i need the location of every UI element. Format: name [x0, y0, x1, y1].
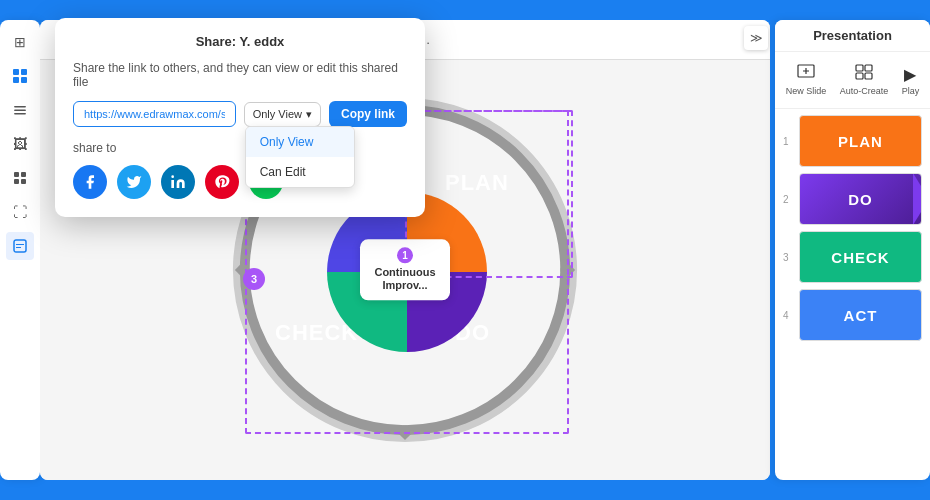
svg-rect-4 [14, 106, 26, 108]
modal-view-dropdown[interactable]: Only View ▾ Only View Can Edit [244, 102, 321, 127]
slide-thumb-label-3: CHECK [831, 249, 889, 266]
new-slide-button[interactable]: New Slide [780, 60, 833, 100]
slide-thumb-2[interactable]: DO [799, 173, 922, 225]
svg-marker-15 [565, 260, 575, 280]
slide-thumb-3[interactable]: CHECK [799, 231, 922, 283]
right-panel-header: Presentation [775, 20, 930, 52]
play-label: Play [902, 86, 920, 96]
slide-thumb-label-1: PLAN [838, 133, 883, 150]
slide-thumb-label-4: ACT [844, 307, 878, 324]
check-label: CHECK [275, 320, 358, 346]
slide-num-3: 3 [783, 252, 793, 263]
slide-item-1[interactable]: 1 PLAN [783, 115, 922, 167]
linkedin-share-button[interactable] [161, 165, 195, 199]
dropdown-chevron-icon: ▾ [306, 108, 312, 121]
center-label: 1 Continuous Improv... [360, 239, 450, 300]
right-panel: Presentation New Slide Auto-Create ▶ Pla… [775, 20, 930, 480]
presentation-toolbar: New Slide Auto-Create ▶ Play [775, 52, 930, 109]
slide-thumb-4[interactable]: ACT [799, 289, 922, 341]
auto-create-label: Auto-Create [840, 86, 889, 96]
dropdown-menu: Only View Can Edit [245, 126, 355, 188]
dropdown-only-view[interactable]: Only View [246, 127, 354, 157]
svg-rect-0 [13, 69, 19, 75]
sidebar-icon-4[interactable]: 🖼 [6, 130, 34, 158]
play-button[interactable]: ▶ Play [896, 61, 926, 100]
left-sidebar: ⊞ 🖼 ⛶ [0, 20, 40, 480]
svg-rect-8 [21, 172, 26, 177]
new-slide-label: New Slide [786, 86, 827, 96]
slide-thumb-1[interactable]: PLAN [799, 115, 922, 167]
slide-num-2: 2 [783, 194, 793, 205]
svg-rect-13 [16, 247, 21, 248]
play-icon: ▶ [904, 65, 916, 84]
sidebar-icon-5[interactable] [6, 164, 34, 192]
new-slide-icon [797, 64, 815, 84]
svg-rect-11 [14, 240, 26, 252]
svg-point-26 [171, 175, 174, 178]
svg-rect-2 [13, 77, 19, 83]
slide-item-4[interactable]: 4 ACT [783, 289, 922, 341]
svg-rect-10 [21, 179, 26, 184]
svg-rect-25 [865, 73, 872, 79]
copy-link-button[interactable]: Copy link [329, 101, 407, 127]
slide-num-4: 4 [783, 310, 793, 321]
svg-rect-24 [856, 73, 863, 79]
share-to-label: share to [73, 141, 407, 155]
plan-label: PLAN [445, 170, 509, 196]
svg-rect-7 [14, 172, 19, 177]
modal-link-input[interactable] [73, 101, 236, 127]
expand-panel-icon[interactable]: ≫ [744, 26, 768, 50]
sidebar-icon-7[interactable] [6, 232, 34, 260]
presentation-title: Presentation [787, 28, 918, 43]
sidebar-icon-3[interactable] [6, 96, 34, 124]
slide-thumb-label-2: DO [848, 191, 873, 208]
center-badge: 1 [397, 247, 413, 263]
dropdown-can-edit[interactable]: Can Edit [246, 157, 354, 187]
auto-create-icon [855, 64, 873, 84]
svg-rect-22 [856, 65, 863, 71]
slide-list: 1 PLAN 2 DO 3 CHECK 4 ACT [775, 109, 930, 347]
center-text: Continuous Improv... [372, 266, 438, 292]
social-buttons: LINE [73, 165, 407, 199]
slide-item-3[interactable]: 3 CHECK [783, 231, 922, 283]
svg-marker-16 [395, 430, 415, 440]
svg-rect-1 [21, 69, 27, 75]
badge-3: 3 [243, 268, 265, 290]
svg-rect-12 [16, 244, 24, 245]
dropdown-selected-text: Only View [253, 108, 302, 120]
svg-rect-5 [14, 110, 26, 112]
modal-title: Share: Y. eddx [73, 34, 407, 49]
modal-description: Share the link to others, and they can v… [73, 61, 407, 89]
slide-num-1: 1 [783, 136, 793, 147]
svg-rect-23 [865, 65, 872, 71]
sidebar-icon-1[interactable]: ⊞ [6, 28, 34, 56]
facebook-share-button[interactable] [73, 165, 107, 199]
svg-rect-9 [14, 179, 19, 184]
slide-item-2[interactable]: 2 DO [783, 173, 922, 225]
sidebar-icon-2[interactable] [6, 62, 34, 90]
sidebar-icon-6[interactable]: ⛶ [6, 198, 34, 226]
pinterest-share-button[interactable] [205, 165, 239, 199]
auto-create-button[interactable]: Auto-Create [834, 60, 895, 100]
twitter-share-button[interactable] [117, 165, 151, 199]
svg-rect-6 [14, 113, 26, 115]
modal-link-row: Only View ▾ Only View Can Edit Copy link [73, 101, 407, 127]
share-modal: Share: Y. eddx Share the link to others,… [55, 18, 425, 217]
svg-rect-3 [21, 77, 27, 83]
